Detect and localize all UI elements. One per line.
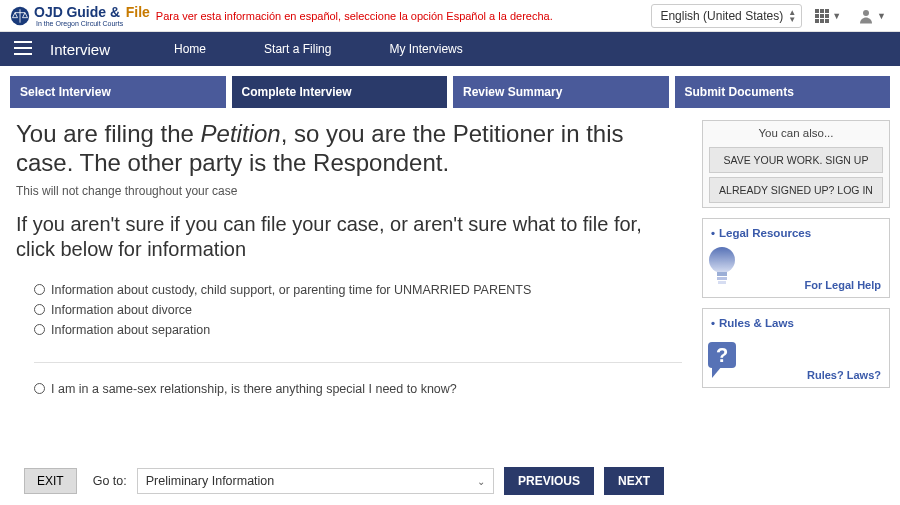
chevron-down-icon: ⌄ — [477, 476, 485, 487]
nav-title: Interview — [50, 41, 110, 58]
svg-point-14 — [709, 247, 735, 273]
legal-resources-card[interactable]: •Legal Resources For Legal Help — [702, 218, 890, 298]
tab-submit-documents[interactable]: Submit Documents — [675, 76, 891, 108]
sidebar-actions-box: You can also... SAVE YOUR WORK. SIGN UP … — [702, 120, 890, 208]
previous-button[interactable]: PREVIOUS — [504, 467, 594, 495]
rules-laws-title: •Rules & Laws — [711, 317, 881, 329]
caret-down-icon: ▼ — [877, 11, 886, 21]
footer-bar: EXIT Go to: Preliminary Information ⌄ PR… — [10, 457, 678, 505]
option-label: Information about divorce — [51, 303, 192, 317]
svg-rect-17 — [718, 281, 726, 284]
svg-rect-7 — [815, 19, 819, 23]
logo-text-guide: Guide & — [66, 4, 120, 20]
options-group: Information about custody, child support… — [16, 280, 682, 399]
hamburger-icon — [14, 41, 32, 55]
nav-bar: Interview Home Start a Filing My Intervi… — [0, 32, 900, 66]
logo-text-ojd: OJD — [34, 4, 63, 20]
svg-rect-13 — [14, 53, 32, 55]
logo-subtitle: In the Oregon Circuit Courts — [36, 20, 150, 27]
svg-point-10 — [863, 10, 869, 16]
main-layout: You are filing the Petition, so you are … — [0, 114, 900, 505]
svg-rect-3 — [825, 9, 829, 13]
rules-laws-link[interactable]: Rules? Laws? — [807, 369, 881, 381]
radio-icon — [34, 304, 45, 315]
topbar-right: English (United States) ▲▼ ▼ ▼ — [651, 3, 890, 29]
progress-tabs: Select Interview Complete Interview Revi… — [0, 66, 900, 114]
svg-marker-19 — [712, 366, 722, 378]
main-heading: You are filing the Petition, so you are … — [16, 120, 682, 178]
option-separation[interactable]: Information about separation — [34, 320, 682, 340]
goto-label: Go to: — [93, 474, 127, 488]
language-value: English (United States) — [660, 9, 783, 23]
legal-resources-title: •Legal Resources — [711, 227, 881, 239]
login-button[interactable]: ALREADY SIGNED UP? LOG IN — [709, 177, 883, 203]
tab-select-interview[interactable]: Select Interview — [10, 76, 226, 108]
question-bubble-icon: ? — [703, 336, 745, 387]
svg-rect-1 — [815, 9, 819, 13]
svg-rect-8 — [820, 19, 824, 23]
goto-value: Preliminary Information — [146, 474, 275, 488]
svg-rect-16 — [717, 277, 727, 280]
heading-subnote: This will not change throughout your cas… — [16, 184, 682, 198]
nav-link-home[interactable]: Home — [150, 42, 230, 56]
svg-text:?: ? — [716, 344, 728, 366]
tab-complete-interview[interactable]: Complete Interview — [232, 76, 448, 108]
menu-button[interactable] — [10, 37, 36, 62]
svg-rect-11 — [14, 41, 32, 43]
language-select[interactable]: English (United States) ▲▼ — [651, 4, 802, 28]
select-arrows-icon: ▲▼ — [788, 9, 796, 23]
save-work-button[interactable]: SAVE YOUR WORK. SIGN UP — [709, 147, 883, 173]
radio-icon — [34, 324, 45, 335]
sub-heading: If you aren't sure if you can file your … — [16, 212, 682, 262]
option-label: Information about separation — [51, 323, 210, 337]
option-same-sex[interactable]: I am in a same-sex relationship, is ther… — [34, 379, 682, 399]
tab-review-summary[interactable]: Review Summary — [453, 76, 669, 108]
svg-rect-4 — [815, 14, 819, 18]
apps-button[interactable]: ▼ — [810, 4, 845, 28]
svg-rect-6 — [825, 14, 829, 18]
radio-icon — [34, 383, 45, 394]
nav-link-interviews[interactable]: My Interviews — [365, 42, 486, 56]
logo-text-file: File — [126, 4, 150, 20]
svg-rect-5 — [820, 14, 824, 18]
sidebar: You can also... SAVE YOUR WORK. SIGN UP … — [702, 114, 890, 505]
logo[interactable]: OJD Guide & File In the Oregon Circuit C… — [10, 4, 150, 27]
content-area: You are filing the Petition, so you are … — [10, 114, 688, 505]
svg-rect-2 — [820, 9, 824, 13]
goto-select[interactable]: Preliminary Information ⌄ — [137, 468, 494, 494]
next-button[interactable]: NEXT — [604, 467, 664, 495]
sidebar-actions-title: You can also... — [703, 121, 889, 143]
nav-link-start[interactable]: Start a Filing — [240, 42, 355, 56]
user-icon — [857, 7, 875, 25]
legal-help-link[interactable]: For Legal Help — [805, 279, 881, 291]
exit-button[interactable]: EXIT — [24, 468, 77, 494]
svg-rect-15 — [717, 272, 727, 276]
option-unmarried-parents[interactable]: Information about custody, child support… — [34, 280, 682, 300]
option-label: Information about custody, child support… — [51, 283, 531, 297]
spanish-notice: Para ver esta información en español, se… — [156, 10, 553, 22]
scales-icon — [10, 6, 30, 26]
svg-rect-12 — [14, 47, 32, 49]
lightbulb-icon — [703, 244, 745, 297]
user-menu-button[interactable]: ▼ — [853, 3, 890, 29]
grid-icon — [814, 8, 830, 24]
option-divorce[interactable]: Information about divorce — [34, 300, 682, 320]
divider — [34, 362, 682, 363]
rules-laws-card[interactable]: •Rules & Laws ? Rules? Laws? — [702, 308, 890, 388]
caret-down-icon: ▼ — [832, 11, 841, 21]
radio-icon — [34, 284, 45, 295]
option-label: I am in a same-sex relationship, is ther… — [51, 382, 457, 396]
top-bar: OJD Guide & File In the Oregon Circuit C… — [0, 0, 900, 32]
svg-rect-9 — [825, 19, 829, 23]
